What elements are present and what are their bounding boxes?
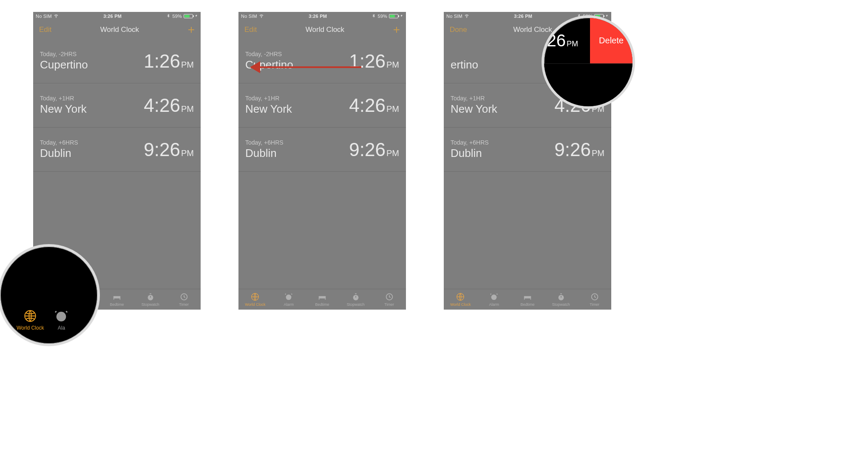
zoom-tab-alarm[interactable]: Ala xyxy=(54,309,68,331)
clock-meta: Today, +1HR xyxy=(40,95,87,102)
svg-rect-12 xyxy=(325,299,326,300)
clock-meta: Today, -2HRS xyxy=(40,51,88,57)
clock-meta: Today, +6HRS xyxy=(40,139,78,146)
status-time: 3:26 PM xyxy=(59,14,167,19)
carrier-label: No SIM xyxy=(36,14,52,19)
svg-point-13 xyxy=(353,295,358,300)
clock-row-newyork[interactable]: Today, +1HRNew York 4:26PM xyxy=(238,83,406,128)
tab-stopwatch[interactable]: Stopwatch xyxy=(544,289,578,310)
bed-icon xyxy=(523,292,532,302)
timer-icon xyxy=(590,292,599,302)
delete-button[interactable]: Delete xyxy=(590,18,633,63)
svg-rect-4 xyxy=(119,299,120,300)
add-button[interactable]: + xyxy=(188,24,195,36)
svg-rect-3 xyxy=(113,299,114,300)
svg-rect-2 xyxy=(113,296,121,299)
edit-button[interactable]: Edit xyxy=(39,26,51,34)
svg-rect-19 xyxy=(524,299,525,300)
wifi-icon xyxy=(464,13,469,19)
svg-point-21 xyxy=(558,295,564,300)
bluetooth-icon xyxy=(372,14,376,19)
nav-bar: Edit World Clock + xyxy=(238,20,406,39)
clock-row-dublin[interactable]: Today, +6HRSDublin 9:26PM xyxy=(238,128,406,172)
battery-percent: 59% xyxy=(172,14,182,19)
tab-bedtime[interactable]: Bedtime xyxy=(511,289,545,310)
stopwatch-icon xyxy=(146,292,155,302)
tab-bedtime[interactable]: Bedtime xyxy=(100,289,134,310)
svg-point-25 xyxy=(57,312,66,322)
bluetooth-icon xyxy=(166,14,170,19)
svg-point-5 xyxy=(148,295,153,300)
timer-icon xyxy=(385,292,394,302)
clock-row-newyork[interactable]: Today, +1HR New York 4:26PM xyxy=(33,83,201,128)
battery-icon xyxy=(389,14,398,18)
clock-row-cupertino[interactable]: Today, -2HRS Cupertino 1:26PM xyxy=(33,39,201,83)
svg-point-17 xyxy=(491,295,497,300)
globe-icon xyxy=(23,309,37,323)
svg-rect-20 xyxy=(530,299,531,300)
nav-bar: Edit World Clock + xyxy=(33,20,201,39)
tab-stopwatch[interactable]: Stopwatch xyxy=(339,289,372,310)
clock-city: Cupertino xyxy=(40,58,88,71)
page-title: World Clock xyxy=(513,26,552,34)
clock-row-dublin[interactable]: Today, +6HRS Dublin 9:26PM xyxy=(33,128,201,172)
tab-bar: World Clock Alarm Bedtime Stopwatch Time… xyxy=(238,289,406,310)
magnifier-world-clock-tab: World Clock Ala xyxy=(0,244,100,346)
page-title: World Clock xyxy=(100,26,139,34)
timer-icon xyxy=(179,292,189,302)
clock-city: Dublin xyxy=(40,147,78,160)
add-button[interactable]: + xyxy=(393,24,400,36)
edit-button[interactable]: Edit xyxy=(244,26,257,34)
svg-rect-6 xyxy=(150,293,151,294)
svg-rect-22 xyxy=(560,293,562,294)
alarm-icon xyxy=(284,292,293,302)
done-button[interactable]: Done xyxy=(450,26,467,34)
svg-rect-11 xyxy=(319,299,320,300)
tab-bar: World Clock Alarm Bedtime Stopwatch Time… xyxy=(444,289,611,310)
tab-alarm[interactable]: Alarm xyxy=(272,289,306,310)
bed-icon xyxy=(318,292,327,302)
globe-icon xyxy=(250,292,260,302)
battery-icon xyxy=(184,14,193,18)
clock-city: New York xyxy=(40,102,87,116)
zoom-tab-world-clock[interactable]: World Clock xyxy=(17,309,44,331)
clock-row-dublin[interactable]: Today, +6HRSDublin 9:26PM xyxy=(444,128,611,172)
status-bar: No SIM 3:26 PM 59% xyxy=(33,12,201,20)
charging-icon xyxy=(605,14,609,19)
stopwatch-icon xyxy=(556,292,566,302)
alarm-icon xyxy=(489,292,499,302)
charging-icon xyxy=(400,14,403,19)
svg-rect-10 xyxy=(319,296,326,299)
clock-time: 1:26PM xyxy=(144,51,194,72)
tab-timer[interactable]: Timer xyxy=(578,289,611,310)
tab-bedtime[interactable]: Bedtime xyxy=(306,289,339,310)
wifi-icon xyxy=(54,13,59,19)
clock-time: 9:26PM xyxy=(144,139,194,160)
tab-timer[interactable]: Timer xyxy=(167,289,201,310)
svg-point-9 xyxy=(286,295,292,300)
stopwatch-icon xyxy=(351,292,360,302)
clock-row-cupertino[interactable]: Today, -2HRSCupertino 1:26PM xyxy=(238,39,406,83)
tab-timer[interactable]: Timer xyxy=(372,289,406,310)
globe-icon xyxy=(456,292,465,302)
svg-rect-14 xyxy=(355,293,357,294)
tab-world-clock[interactable]: World Clock xyxy=(444,289,477,310)
charging-icon xyxy=(195,14,198,19)
bed-icon xyxy=(112,292,122,302)
tab-alarm[interactable]: Alarm xyxy=(477,289,511,310)
wifi-icon xyxy=(259,13,264,19)
phone-screen-2: No SIM 3:26 PM 59% Edit World Clock + To… xyxy=(238,12,406,310)
clock-time: 4:26PM xyxy=(144,95,194,116)
alarm-icon xyxy=(54,309,68,323)
tab-world-clock[interactable]: World Clock xyxy=(238,289,272,310)
status-bar: No SIM 3:26 PM 59% xyxy=(238,12,406,20)
tab-stopwatch[interactable]: Stopwatch xyxy=(133,289,167,310)
magnifier-delete-button: 1:26PM Delete xyxy=(542,15,635,109)
page-title: World Clock xyxy=(306,26,344,34)
svg-rect-18 xyxy=(524,296,531,299)
